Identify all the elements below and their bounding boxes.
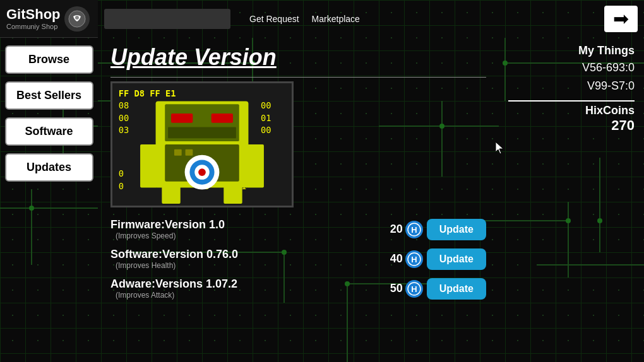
arrow-right-icon: ➡ [613,9,629,28]
svg-text:H: H [411,255,417,264]
right-panel: My Things V56-693:0 V99-S7:0 HixCoins 27… [499,38,644,362]
firmware-cost: 20 H [390,221,423,238]
update-button-adware[interactable]: Update [427,278,486,300]
nav-updates[interactable]: Updates [5,153,93,182]
forward-button[interactable]: ➡ [604,6,638,32]
software-title: Software:Version 0.76.0 [110,248,390,261]
header-nav: Get Request Marketplace [249,14,604,24]
firmware-title: Firmware:Version 1.0 [110,218,390,231]
svg-rect-57 [140,144,157,188]
update-info-firmware: Firmware:Version 1.0 (Improves Speed) [110,218,390,240]
svg-text:08: 08 [119,100,129,110]
main-content: Update Version FF D8 FF E1 08 00 03 0 0 … [98,38,499,362]
svg-text:0: 0 [119,181,124,191]
nav-best-sellers[interactable]: Best Sellers [5,81,93,110]
coin-icon-firmware: H [405,221,423,238]
app-title: GitShop [6,7,61,22]
svg-rect-56 [224,187,242,204]
robot-display: FF D8 FF E1 08 00 03 0 0 00 01 00 01 01 … [110,81,294,207]
svg-text:01: 01 [261,113,271,123]
svg-rect-58 [247,144,264,188]
adware-subtitle: (Improves Attack) [116,291,390,300]
logo-icon [64,6,90,32]
update-button-firmware[interactable]: Update [427,219,486,240]
adware-cost: 50 H [390,280,423,298]
svg-text:H: H [411,225,417,235]
cursor [496,142,506,157]
v2-label: V99-S7:0 [508,79,635,93]
update-info-software: Software:Version 0.76.0 (Improves Health… [110,248,390,270]
update-item-adware: Adware:Versions 1.07.2 (Improves Attack)… [110,276,486,301]
title-divider [110,77,486,78]
nav-software[interactable]: Software [5,117,93,146]
svg-text:00: 00 [119,113,129,123]
get-request-link[interactable]: Get Request [249,14,299,24]
svg-rect-59 [174,149,182,156]
svg-point-30 [75,16,79,20]
hixcoins-value: 270 [508,117,635,134]
svg-text:03: 03 [119,125,129,135]
svg-text:00: 00 [261,100,271,110]
svg-marker-67 [496,142,503,154]
svg-rect-49 [168,127,236,139]
my-things-title: My Things [508,44,635,57]
robot-svg: FF D8 FF E1 08 00 03 0 0 00 01 00 01 01 … [112,81,292,207]
firmware-subtitle: (Improves Speed) [116,231,390,240]
svg-rect-60 [186,149,193,156]
svg-text:H: H [411,284,417,294]
hixcoins-label: HixCoins [508,100,635,117]
svg-text:00: 00 [261,125,271,135]
page-title: Update Version [110,44,486,71]
update-item-firmware: Firmware:Version 1.0 (Improves Speed) 20… [110,217,486,242]
adware-title: Adware:Versions 1.07.2 [110,277,390,291]
marketplace-link[interactable]: Marketplace [312,14,360,24]
update-item-software: Software:Version 0.76.0 (Improves Health… [110,247,486,271]
svg-point-54 [198,168,206,176]
svg-rect-48 [212,114,233,123]
coin-icon-adware: H [405,280,423,298]
nav-browse[interactable]: Browse [5,45,93,74]
app-subtitle: Communiy Shop [6,23,61,30]
software-subtitle: (Improves Health) [116,261,390,270]
coin-icon-software: H [405,250,423,268]
svg-rect-47 [171,114,193,123]
logo-area: GitShop Communiy Shop [0,0,98,38]
software-cost: 40 H [390,250,423,268]
v1-label: V56-693:0 [508,61,635,74]
header: Get Request Marketplace ➡ [98,0,644,38]
logo-text-group: GitShop Communiy Shop [6,7,61,30]
update-button-software[interactable]: Update [427,248,486,270]
svg-rect-55 [162,187,180,204]
search-input[interactable] [104,9,230,29]
svg-text:FF  D8  FF  E1: FF D8 FF E1 [119,88,176,98]
sidebar: GitShop Communiy Shop Browse Best Seller… [0,0,98,362]
svg-text:0: 0 [119,168,124,178]
update-info-adware: Adware:Versions 1.07.2 (Improves Attack) [110,277,390,300]
